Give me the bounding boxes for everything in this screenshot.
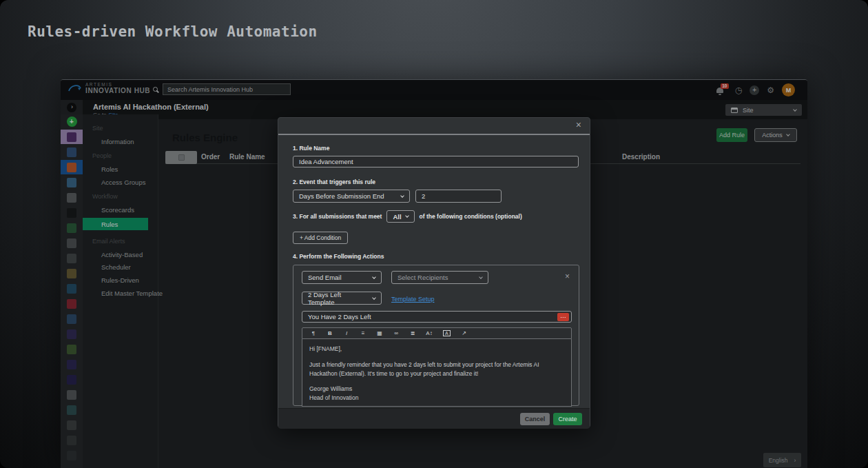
action-type-select[interactable]: Send Email bbox=[302, 271, 382, 284]
recipients-select[interactable]: Select Recipients bbox=[391, 271, 488, 284]
email-body-editor[interactable]: Hi [FNAME], Just a friendly reminder tha… bbox=[302, 339, 572, 407]
chevron-down-icon bbox=[372, 296, 376, 300]
modal-footer: Cancel Create bbox=[278, 408, 590, 429]
conditions-row: 3. For all submissions that meet All of … bbox=[293, 210, 522, 223]
link-icon[interactable]: ∞ bbox=[388, 330, 404, 336]
action-type-value: Send Email bbox=[308, 274, 342, 281]
subject-input[interactable]: You Have 2 Days Left … bbox=[302, 311, 572, 323]
trigger-label: 2. Event that triggers this rule bbox=[293, 179, 375, 185]
conditions-match-value: All bbox=[393, 213, 401, 221]
add-condition-button[interactable]: + Add Condition bbox=[293, 232, 348, 244]
conditions-suffix: of the following conditions (optional) bbox=[420, 213, 522, 220]
image-icon[interactable]: ▦ bbox=[371, 330, 388, 336]
trigger-event-select[interactable]: Days Before Submission End bbox=[293, 190, 410, 203]
perform-actions-label: 4. Perform the Following Actions bbox=[293, 253, 384, 260]
chevron-down-icon bbox=[405, 214, 409, 218]
list-icon[interactable]: ≡ bbox=[355, 330, 371, 336]
slide-background: Rules-driven Workflow Automation ARTEMIS… bbox=[0, 0, 868, 468]
email-line: Just a friendly reminder that you have 2… bbox=[309, 360, 564, 378]
email-line: Hi [FNAME], bbox=[309, 345, 564, 354]
font-size-icon[interactable]: A↕ bbox=[421, 330, 437, 336]
trigger-days-input[interactable]: 2 bbox=[415, 190, 502, 203]
close-icon[interactable]: × bbox=[576, 120, 581, 130]
conditions-match-select[interactable]: All bbox=[386, 210, 414, 223]
align-icon[interactable]: ≣ bbox=[404, 330, 421, 336]
rule-name-input[interactable]: Idea Advancement bbox=[293, 156, 579, 167]
expand-icon[interactable]: ↗ bbox=[456, 330, 473, 336]
editor-toolbar: ¶ B I ≡ ▦ ∞ ≣ A↕ A ↗ bbox=[302, 327, 572, 339]
template-select[interactable]: 2 Days Left Template bbox=[302, 292, 382, 305]
recipients-placeholder: Select Recipients bbox=[397, 274, 448, 281]
email-line: George Williams bbox=[309, 385, 564, 394]
chevron-down-icon bbox=[479, 275, 483, 279]
chevron-down-icon bbox=[400, 194, 404, 198]
bold-icon[interactable]: B bbox=[322, 330, 338, 336]
trigger-event-value: Days Before Submission End bbox=[299, 192, 384, 200]
merge-tags-button[interactable]: … bbox=[557, 313, 569, 321]
cancel-button[interactable]: Cancel bbox=[520, 413, 550, 425]
rule-name-label: 1. Rule Name bbox=[293, 145, 329, 152]
subject-value: You Have 2 Days Left bbox=[308, 313, 371, 321]
modal-divider bbox=[278, 134, 590, 135]
slide-title: Rules-driven Workflow Automation bbox=[28, 23, 318, 40]
italic-icon[interactable]: I bbox=[338, 330, 355, 336]
chevron-down-icon bbox=[372, 275, 376, 279]
text-color-icon[interactable]: A bbox=[443, 330, 451, 336]
template-value: 2 Days Left Template bbox=[308, 291, 369, 306]
template-setup-link[interactable]: Template Setup bbox=[391, 296, 435, 303]
paragraph-icon[interactable]: ¶ bbox=[305, 330, 322, 336]
create-button[interactable]: Create bbox=[553, 413, 582, 425]
conditions-prefix: 3. For all submissions that meet bbox=[293, 213, 382, 220]
action-card: Send Email Select Recipients × 2 Days Le… bbox=[293, 265, 579, 406]
remove-action-icon[interactable]: × bbox=[565, 272, 570, 281]
rule-editor-modal: × 1. Rule Name Idea Advancement 2. Event… bbox=[278, 117, 590, 428]
email-line: Head of Innovation bbox=[309, 394, 564, 403]
